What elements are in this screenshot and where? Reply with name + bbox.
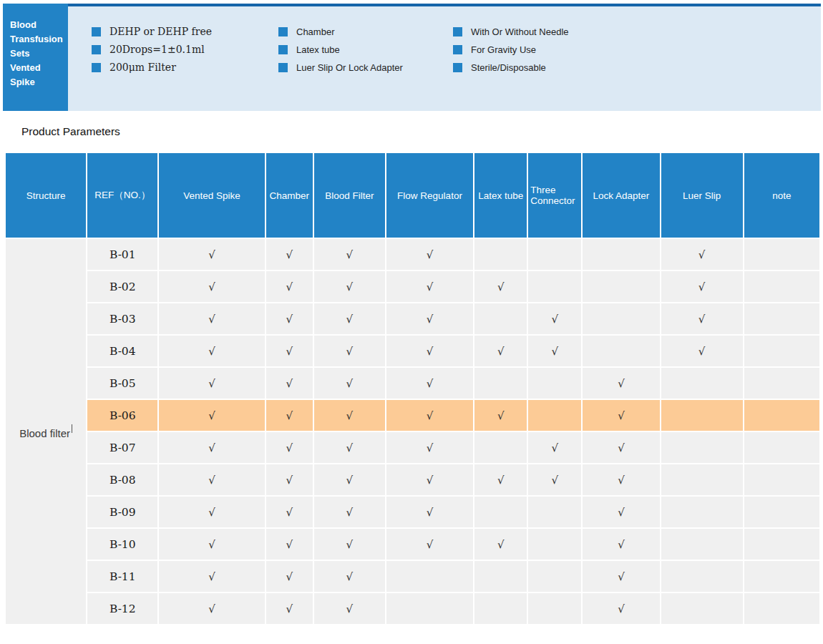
empty-cell	[474, 239, 527, 270]
check-cell: √	[528, 303, 581, 334]
features-banner: DEHP or DEHP free20Drops=1±0.1ml200μm Fi…	[68, 4, 821, 111]
table-row-b-10: B-10√√√√√√	[6, 529, 819, 560]
check-cell: √	[159, 271, 264, 302]
check-cell: √	[159, 303, 264, 334]
product-title-line: Spike	[10, 75, 68, 89]
feature-item: 200μm Filter	[92, 62, 212, 72]
feature-column-1: DEHP or DEHP free20Drops=1±0.1ml200μm Fi…	[92, 26, 212, 80]
feature-item: Latex tube	[278, 44, 403, 54]
table-row-b-01: Blood filterB-01√√√√√	[6, 239, 819, 270]
text-cursor-artifact	[72, 424, 72, 433]
feature-label: 200μm Filter	[109, 62, 176, 73]
structure-label: Blood filter	[19, 427, 70, 439]
check-cell: √	[583, 561, 659, 592]
feature-column-3: With Or Without NeedleFor Gravity UseSte…	[453, 26, 569, 80]
check-cell: √	[386, 432, 473, 463]
check-cell: √	[266, 271, 313, 302]
check-cell: √	[474, 271, 527, 302]
check-cell: √	[266, 561, 313, 592]
check-cell: √	[583, 368, 659, 399]
ref-cell: B-01	[87, 239, 157, 270]
ref-cell: B-02	[87, 271, 157, 302]
ref-cell: B-05	[87, 368, 157, 399]
table-header-row: StructureREF（NO.）Vented SpikeChamberBloo…	[6, 153, 819, 238]
column-header-ref-no: REF（NO.）	[87, 153, 157, 238]
check-cell: √	[314, 432, 385, 463]
feature-item: Sterile/Disposable	[453, 62, 569, 72]
table-row-b-06: B-06√√√√√√	[6, 400, 819, 431]
check-cell: √	[159, 239, 264, 270]
empty-cell	[744, 561, 819, 592]
check-cell: √	[314, 561, 385, 592]
check-cell: √	[159, 432, 264, 463]
ref-cell: B-08	[87, 464, 157, 495]
empty-cell	[474, 593, 527, 624]
check-cell: √	[266, 497, 313, 527]
check-cell: √	[159, 561, 264, 592]
check-cell: √	[386, 497, 473, 527]
product-parameters-table: StructureREF（NO.）Vented SpikeChamberBloo…	[4, 152, 821, 625]
feature-label: Sterile/Disposable	[471, 62, 546, 73]
empty-cell	[474, 432, 527, 463]
column-header-note: note	[744, 153, 819, 238]
column-header-three-connector: Three Connector	[528, 153, 581, 238]
column-header-vented-spike: Vented Spike	[159, 153, 264, 238]
check-cell: √	[583, 432, 659, 463]
check-cell: √	[661, 303, 743, 334]
check-cell: √	[159, 497, 264, 527]
bullet-square-icon	[278, 45, 288, 54]
empty-cell	[386, 593, 473, 624]
ref-cell: B-09	[87, 497, 157, 527]
empty-cell	[744, 529, 819, 560]
empty-cell	[528, 497, 581, 527]
check-cell: √	[314, 464, 385, 495]
ref-cell: B-06	[87, 400, 157, 431]
bullet-square-icon	[278, 63, 288, 72]
column-header-blood-filter: Blood Filter	[314, 153, 385, 238]
table-row-b-12: B-12√√√√	[6, 593, 819, 624]
ref-cell: B-03	[87, 303, 157, 334]
check-cell: √	[314, 529, 385, 560]
feature-item: Luer Slip Or Lock Adapter	[278, 62, 403, 72]
check-cell: √	[583, 400, 659, 431]
empty-cell	[744, 497, 819, 527]
ref-cell: B-04	[87, 336, 157, 366]
empty-cell	[744, 271, 819, 302]
column-header-chamber: Chamber	[266, 153, 313, 238]
product-title-line: Vented	[10, 61, 68, 75]
feature-item: 20Drops=1±0.1ml	[92, 44, 212, 54]
empty-cell	[661, 368, 743, 399]
page: BloodTransfusionSetsVentedSpike DEHP or …	[0, 0, 823, 644]
check-cell: √	[528, 464, 581, 495]
check-cell: √	[159, 368, 264, 399]
empty-cell	[583, 271, 659, 302]
empty-cell	[744, 239, 819, 270]
check-cell: √	[661, 336, 743, 366]
table-row-b-04: B-04√√√√√√√	[6, 336, 819, 366]
empty-cell	[474, 368, 527, 399]
empty-cell	[744, 400, 819, 431]
feature-label: Luer Slip Or Lock Adapter	[296, 62, 403, 73]
feature-label: For Gravity Use	[471, 44, 536, 55]
empty-cell	[528, 271, 581, 302]
check-cell: √	[314, 271, 385, 302]
check-cell: √	[266, 336, 313, 366]
column-header-lock-adapter: Lock Adapter	[583, 153, 659, 238]
empty-cell	[661, 593, 743, 624]
feature-item: For Gravity Use	[453, 44, 569, 54]
empty-cell	[583, 336, 659, 366]
empty-cell	[583, 239, 659, 270]
check-cell: √	[474, 336, 527, 366]
column-header-flow-regulator: Flow Regulator	[386, 153, 473, 238]
empty-cell	[661, 529, 743, 560]
empty-cell	[744, 593, 819, 624]
check-cell: √	[159, 529, 264, 560]
empty-cell	[474, 497, 527, 527]
table-row-b-08: B-08√√√√√√√	[6, 464, 819, 495]
check-cell: √	[386, 303, 473, 334]
check-cell: √	[314, 303, 385, 334]
product-title-box: BloodTransfusionSetsVentedSpike	[3, 4, 68, 111]
feature-label: Chamber	[296, 26, 334, 37]
feature-item: With Or Without Needle	[453, 26, 569, 36]
structure-cell: Blood filter	[6, 239, 86, 624]
